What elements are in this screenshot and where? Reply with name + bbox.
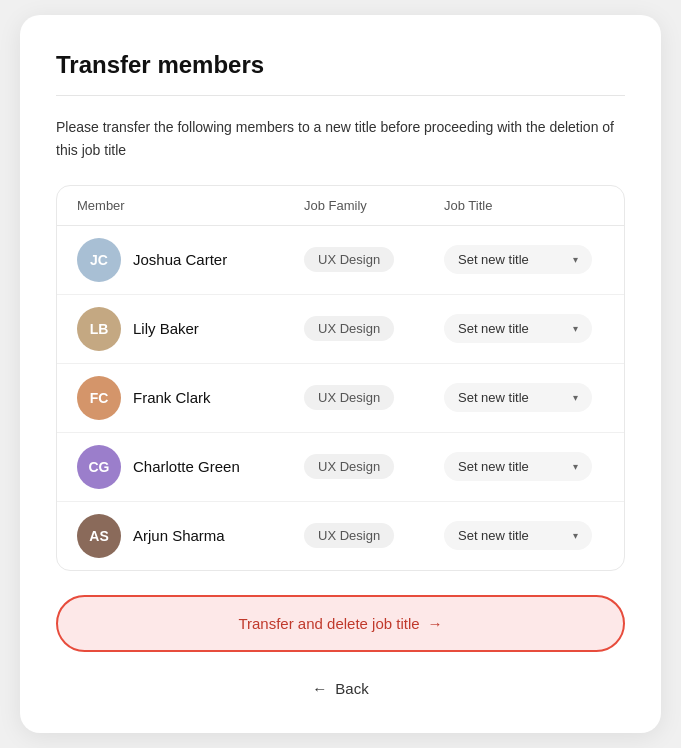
avatar-initials: FC [90,390,109,406]
back-button[interactable]: ← Back [56,672,625,705]
job-family-arjun-sharma: UX Design [304,523,444,548]
chevron-down-icon-charlotte-green: ▾ [573,461,578,472]
avatar-initials: AS [89,528,108,544]
avatar-initials: JC [90,252,108,268]
avatar-lily-baker: LB [77,307,121,351]
job-family-lily-baker: UX Design [304,316,444,341]
member-name-arjun-sharma: Arjun Sharma [133,527,225,544]
avatar-initials: CG [89,459,110,475]
member-cell-lily-baker: LB Lily Baker [77,307,304,351]
chevron-down-icon-frank-clark: ▾ [573,392,578,403]
chevron-down-icon-arjun-sharma: ▾ [573,530,578,541]
set-title-dropdown-joshua-carter[interactable]: Set new title ▾ [444,245,592,274]
set-title-label-joshua-carter: Set new title [458,252,529,267]
table-row: JC Joshua Carter UX Design Set new title… [57,226,624,295]
job-family-badge-arjun-sharma: UX Design [304,523,394,548]
transfer-members-card: Transfer members Please transfer the fol… [20,15,661,733]
job-family-frank-clark: UX Design [304,385,444,410]
set-title-dropdown-arjun-sharma[interactable]: Set new title ▾ [444,521,592,550]
avatar-arjun-sharma: AS [77,514,121,558]
header-member: Member [77,198,304,213]
title-divider [56,95,625,96]
job-title-cell-charlotte-green: Set new title ▾ [444,452,604,481]
job-title-cell-lily-baker: Set new title ▾ [444,314,604,343]
transfer-delete-label: Transfer and delete job title [238,615,419,632]
page-title: Transfer members [56,51,625,79]
set-title-dropdown-frank-clark[interactable]: Set new title ▾ [444,383,592,412]
transfer-delete-button[interactable]: Transfer and delete job title → [56,595,625,652]
member-cell-charlotte-green: CG Charlotte Green [77,445,304,489]
set-title-label-frank-clark: Set new title [458,390,529,405]
chevron-down-icon-joshua-carter: ▾ [573,254,578,265]
member-name-charlotte-green: Charlotte Green [133,458,240,475]
member-cell-frank-clark: FC Frank Clark [77,376,304,420]
job-family-badge-joshua-carter: UX Design [304,247,394,272]
job-title-cell-frank-clark: Set new title ▾ [444,383,604,412]
set-title-label-arjun-sharma: Set new title [458,528,529,543]
table-header: Member Job Family Job Title [57,186,624,226]
chevron-down-icon-lily-baker: ▾ [573,323,578,334]
header-job-title: Job Title [444,198,604,213]
description-text: Please transfer the following members to… [56,116,625,161]
header-job-family: Job Family [304,198,444,213]
arrow-right-icon: → [428,615,443,632]
job-family-badge-charlotte-green: UX Design [304,454,394,479]
set-title-label-lily-baker: Set new title [458,321,529,336]
table-row: CG Charlotte Green UX Design Set new tit… [57,433,624,502]
job-family-badge-frank-clark: UX Design [304,385,394,410]
set-title-dropdown-lily-baker[interactable]: Set new title ▾ [444,314,592,343]
avatar-charlotte-green: CG [77,445,121,489]
table-row: LB Lily Baker UX Design Set new title ▾ [57,295,624,364]
table-row: AS Arjun Sharma UX Design Set new title … [57,502,624,570]
member-cell-arjun-sharma: AS Arjun Sharma [77,514,304,558]
member-name-frank-clark: Frank Clark [133,389,211,406]
table-body: JC Joshua Carter UX Design Set new title… [57,226,624,570]
back-label: Back [335,680,368,697]
avatar-initials: LB [90,321,109,337]
arrow-left-icon: ← [312,680,327,697]
members-table: Member Job Family Job Title JC Joshua Ca… [56,185,625,571]
member-name-joshua-carter: Joshua Carter [133,251,227,268]
job-family-joshua-carter: UX Design [304,247,444,272]
job-title-cell-joshua-carter: Set new title ▾ [444,245,604,274]
set-title-dropdown-charlotte-green[interactable]: Set new title ▾ [444,452,592,481]
set-title-label-charlotte-green: Set new title [458,459,529,474]
table-row: FC Frank Clark UX Design Set new title ▾ [57,364,624,433]
job-family-charlotte-green: UX Design [304,454,444,479]
job-title-cell-arjun-sharma: Set new title ▾ [444,521,604,550]
avatar-frank-clark: FC [77,376,121,420]
avatar-joshua-carter: JC [77,238,121,282]
member-cell-joshua-carter: JC Joshua Carter [77,238,304,282]
member-name-lily-baker: Lily Baker [133,320,199,337]
job-family-badge-lily-baker: UX Design [304,316,394,341]
